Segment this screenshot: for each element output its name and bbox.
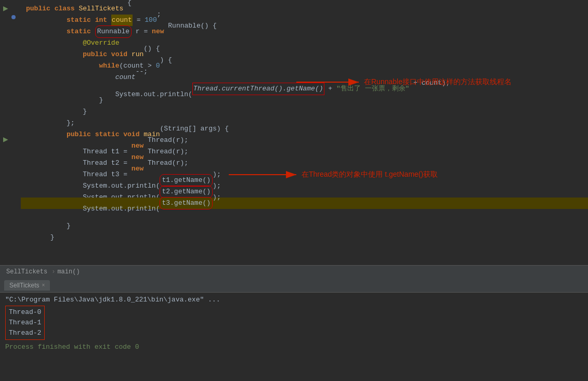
annotation-text-1: 在Runnable接口中使用这样的方法获取线程名 (364, 77, 512, 87)
code-line-18: System.out.println(t3.getName()); (21, 198, 588, 209)
breadcrumb-class: SellTickets (6, 268, 47, 275)
output-line-2: Thread-2 (9, 328, 41, 338)
output-line-0: Thread-0 (9, 307, 41, 318)
code-line-5: public void run() { (21, 49, 588, 60)
breadcrumb-sep: › (51, 268, 55, 275)
code-line-10: } (21, 106, 588, 117)
annotation-2-container: 在Thread类的对象中使用 t.getName()获取 (229, 169, 438, 180)
count-highlight: count (111, 15, 133, 26)
code-line-11: }; (21, 117, 588, 129)
code-line-21: } (21, 232, 588, 243)
console-area: SellTickets × "C:\Program Files\Java\jdk… (0, 278, 588, 381)
t3-highlight: t3.getName() (160, 197, 213, 209)
annotation-arrow-1 (296, 77, 364, 87)
code-line-2: static int count = 100; (21, 15, 588, 26)
status-bar: SellTickets › main() (0, 265, 588, 278)
code-line-20: } (21, 220, 588, 232)
output-line-1: Thread-1 (9, 318, 41, 328)
t2-highlight: t2.getName() (160, 186, 213, 198)
console-output-box: Thread-0 Thread-1 Thread-2 (5, 306, 45, 340)
editor-area: ▶ ▶ public class SellTickets { (0, 0, 588, 265)
breadcrumb-method: main() (57, 268, 80, 275)
code-content: public class SellTickets { static int co… (21, 0, 588, 265)
t1-highlight: t1.getName() (160, 174, 213, 187)
code-line-9: } (21, 95, 588, 106)
annotation-text-2: 在Thread类的对象中使用 t.getName()获取 (302, 170, 438, 179)
run-arrow-main[interactable]: ▶ (3, 134, 8, 144)
console-tab-selltickets[interactable]: SellTickets × (4, 280, 50, 291)
code-line-19 (21, 209, 588, 220)
run-arrow-top[interactable]: ▶ (3, 3, 8, 14)
code-line-4: @Override (21, 37, 588, 49)
code-line-1: public class SellTickets { (21, 3, 588, 15)
console-tab-close[interactable]: × (42, 282, 45, 288)
console-output: "C:\Program Files\Java\jdk1.8.0_221\bin\… (0, 293, 588, 381)
code-line-3: static Runnable r = new Runnable() { (21, 26, 588, 37)
console-process-line: Process finished with exit code 0 (5, 343, 583, 351)
runnable-highlight: Runnable (95, 25, 132, 38)
bookmark-marker-1[interactable] (11, 15, 16, 19)
console-java-path: "C:\Program Files\Java\jdk1.8.0_221\bin\… (5, 296, 583, 304)
annotation-1-container: 在Runnable接口中使用这样的方法获取线程名 (296, 77, 512, 87)
annotation-arrow-2 (229, 169, 302, 180)
left-gutter: ▶ ▶ (0, 0, 21, 265)
console-tab-label: SellTickets (9, 282, 40, 289)
console-tabs: SellTickets × (0, 278, 588, 293)
